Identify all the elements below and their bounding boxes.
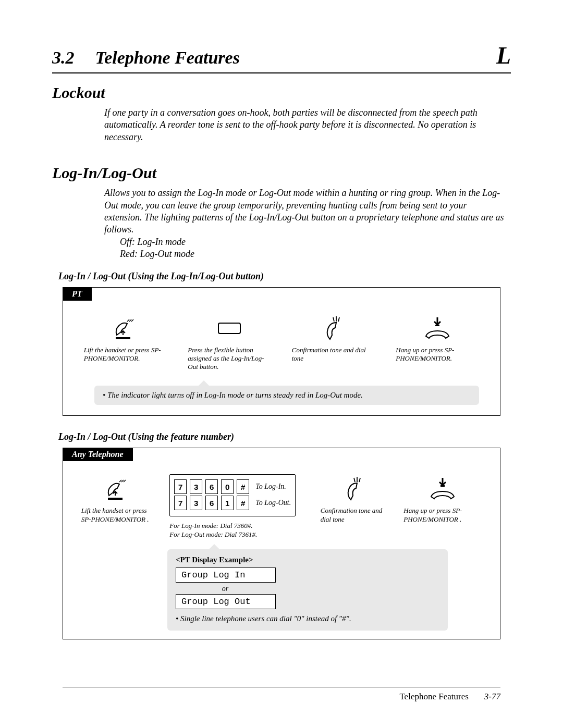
step2-caption: Press the flexible button assigned as th… [188, 346, 271, 372]
key-1: 1 [221, 496, 234, 510]
tone-handset-icon-2 [340, 474, 369, 503]
step-hang-up-2: Hang up or press SP-PHONE/MONITOR . [403, 474, 482, 524]
dial-block: 7 3 6 0 # To Log-In. 7 3 6 1 # To Log-Ou… [169, 474, 296, 516]
tone-handset-icon [320, 314, 348, 343]
step4-caption-2: Hang up or press SP-PHONE/MONITOR . [403, 507, 482, 524]
display-example: <PT Display Example> Group Log In or Gro… [167, 549, 448, 631]
procedure-box-any: Any Telephone Lift the handset or press … [63, 448, 500, 639]
hang-up-icon [421, 314, 454, 343]
section-title: Telephone Features [95, 48, 496, 68]
lcd-line-1: Group Log In [176, 567, 276, 583]
dial-logout-label: To Log-Out. [255, 499, 291, 507]
svg-rect-3 [440, 485, 445, 487]
procedure-tab-any: Any Telephone [63, 448, 133, 461]
step-dial-codes: 7 3 6 0 # To Log-In. 7 3 6 1 # To Log-Ou… [169, 474, 305, 539]
step-confirmation-tone: Confirmation tone and dial tone [292, 314, 375, 363]
procedure-box-pt: PT Lift the handset or press SP-PHONE/MO… [63, 287, 500, 416]
key-7b: 7 [174, 496, 187, 510]
step1-caption-2: Lift the handset or press SP-PHONE/MONIT… [81, 507, 154, 524]
login-logout-body-text: Allows you to assign the Log-In mode or … [104, 188, 504, 235]
indicator-note: • The indicator light turns off in Log-I… [94, 386, 479, 405]
svg-rect-2 [108, 498, 123, 500]
method-feature-title: Log-In / Log-Out (Using the feature numb… [58, 431, 511, 442]
step-lift-handset: Lift the handset or press SP-PHONE/MONIT… [84, 314, 167, 363]
method-button-title: Log-In / Log-Out (Using the Log-In/Log-O… [58, 271, 511, 282]
dial-row-login: 7 3 6 0 # To Log-In. [174, 479, 291, 494]
hang-up-icon-2 [426, 474, 459, 503]
footer-title: Telephone Features [399, 692, 468, 702]
svg-rect-1 [435, 325, 439, 326]
dial-caption-login: For Log-In mode: Dial 7360#. [169, 522, 305, 530]
lockout-heading: Lockout [52, 84, 511, 102]
footer-page: 3-77 [484, 692, 500, 702]
procedure-tab-pt: PT [63, 287, 92, 301]
step1-caption: Lift the handset or press SP-PHONE/MONIT… [84, 346, 167, 363]
dial-row-logout: 7 3 6 1 # To Log-Out. [174, 496, 291, 510]
handset-lift-icon-2 [104, 474, 132, 503]
svg-rect-0 [116, 337, 130, 339]
key-6: 6 [205, 479, 218, 494]
display-or: or [176, 585, 275, 593]
key-3: 3 [190, 479, 202, 494]
key-6b: 6 [205, 496, 218, 510]
indicator-note-text: • The indicator light turns off in Log-I… [103, 391, 363, 399]
login-logout-body: Allows you to assign the Log-In mode or … [104, 187, 506, 260]
step-hang-up: Hang up or press SP-PHONE/MONITOR. [396, 314, 479, 363]
step4-caption: Hang up or press SP-PHONE/MONITOR. [396, 346, 479, 363]
lockout-body: If one party in a conversation goes on-h… [104, 107, 506, 143]
step-confirmation-tone-2: Confirmation tone and dial tone [321, 474, 388, 524]
step-lift-handset-2: Lift the handset or press SP-PHONE/MONIT… [81, 474, 154, 524]
display-title: <PT Display Example> [176, 556, 439, 564]
key-hash-b: # [237, 496, 249, 510]
key-3b: 3 [190, 496, 202, 510]
login-logout-heading: Log-In/Log-Out [52, 164, 511, 182]
lcd-line-2: Group Log Out [176, 594, 276, 609]
section-number: 3.2 [52, 48, 75, 68]
dial-caption-logout: For Log-Out mode: Dial 7361#. [169, 530, 305, 539]
key-7: 7 [174, 479, 187, 494]
key-0: 0 [221, 479, 234, 494]
display-note: • Single line telephone users can dial "… [176, 614, 439, 623]
key-hash: # [237, 479, 249, 494]
page-footer: Telephone Features 3-77 [63, 687, 500, 702]
step3-caption-2: Confirmation tone and dial tone [321, 507, 388, 524]
step-press-flexible: Press the flexible button assigned as th… [188, 314, 271, 372]
mode-off: Off: Log-In mode [120, 236, 186, 248]
section-letter: L [496, 42, 511, 69]
flexible-button-icon [218, 314, 241, 343]
dial-login-label: To Log-In. [255, 483, 286, 491]
step3-caption: Confirmation tone and dial tone [292, 346, 375, 363]
mode-red: Red: Log-Out mode [120, 248, 194, 260]
handset-lift-icon [112, 314, 140, 343]
page-header: 3.2 Telephone Features L [52, 42, 511, 73]
